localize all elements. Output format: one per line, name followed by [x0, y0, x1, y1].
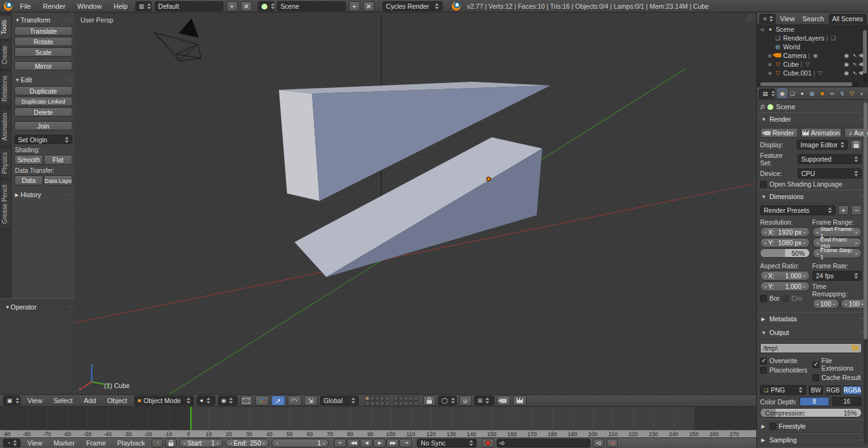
channels-rgba-button[interactable]: RGBA [843, 386, 862, 395]
display-mode-select[interactable]: Image Editor [797, 140, 849, 150]
duplicate-linked-button[interactable]: Duplicate Linked [14, 97, 72, 106]
current-frame-field[interactable]: ◂1▸ [271, 439, 329, 447]
menu-marker[interactable]: Marker [49, 439, 79, 447]
render-engine-select[interactable]: Cycles Render [383, 1, 442, 11]
editor-type-select[interactable]: ▤ [759, 89, 775, 99]
menu-view[interactable]: View [777, 15, 798, 22]
layer-cell[interactable] [409, 401, 413, 406]
expander-icon[interactable]: ⊕ [767, 71, 773, 76]
outliner-vertical-scrollbar[interactable] [863, 29, 867, 82]
aspect-x-field[interactable]: ◂X:1.000▸ [760, 271, 810, 281]
corner-grip[interactable] [746, 14, 755, 22]
transform-orientation-select[interactable]: Global [320, 396, 359, 406]
snap-toggle[interactable]: ∪ [459, 396, 472, 406]
render-animation-button[interactable]: Animation [801, 128, 842, 138]
data-button[interactable]: Data [14, 175, 43, 185]
scene-tab[interactable]: ● [797, 89, 807, 98]
channels-bw-button[interactable]: BW [809, 386, 823, 395]
lock-to-scene-toggle[interactable] [423, 396, 436, 406]
mirror-button[interactable]: Mirror [14, 61, 72, 71]
translate-manipulator-button[interactable]: ↗ [271, 396, 285, 406]
constraints-tab[interactable]: ∞ [827, 89, 837, 98]
lock-interface-toggle[interactable] [851, 140, 862, 150]
properties-vertical-scrollbar[interactable] [864, 102, 867, 444]
render-layers-tab[interactable]: ❏ [788, 89, 797, 98]
feature-set-select[interactable]: Supported [797, 154, 862, 164]
layer-cell[interactable] [414, 401, 418, 406]
cursor-icon[interactable]: ↖ [852, 70, 857, 76]
menu-search[interactable]: Search [799, 15, 827, 22]
color-depth-8-button[interactable]: 8 [799, 397, 829, 406]
object-origin-point[interactable] [487, 177, 490, 181]
compression-slider[interactable]: Compression:15% [760, 408, 862, 417]
keying-set-field[interactable]: ⚲ [497, 439, 590, 447]
outliner-item-cube[interactable]: ⊕▽Cube|▽◉↖ [757, 60, 868, 69]
modifiers-tab[interactable]: ↯ [837, 89, 847, 98]
set-origin-select[interactable]: Set Origin [14, 135, 72, 144]
rotate-button[interactable]: Rotate [14, 37, 72, 46]
expander-icon[interactable]: · [767, 36, 773, 41]
shelf-tab-tools[interactable]: Tools [0, 15, 12, 39]
opengl-render-button[interactable] [497, 396, 510, 406]
frame-rate-select[interactable]: 24 fps [812, 271, 862, 281]
auto-keyframe-toggle[interactable] [482, 439, 494, 447]
shelf-tab-create[interactable]: Create [0, 41, 12, 69]
outliner-item-cube.001[interactable]: ⊕▽Cube.001|▽◉↖ [757, 69, 868, 77]
layers-widget-a[interactable] [365, 396, 389, 406]
pivot-align-toggle[interactable] [240, 396, 253, 406]
shelf-tab-physics[interactable]: Physics [0, 147, 12, 178]
current-frame-indicator[interactable] [190, 407, 192, 430]
device-select[interactable]: CPU [797, 168, 862, 178]
panel-dimensions[interactable]: ▼Dimensions┉ [758, 190, 866, 203]
viewport-canvas[interactable] [74, 12, 756, 394]
layer-cell[interactable] [375, 401, 379, 406]
panel-history[interactable]: ▶ History┉ [14, 189, 72, 201]
shade-smooth-button[interactable]: Smooth [14, 155, 43, 165]
play-button[interactable]: ▶ [373, 439, 386, 447]
layer-cell[interactable] [394, 396, 398, 401]
panel-freestyle[interactable]: ▶Freestyle┉ [758, 419, 866, 433]
mode-select[interactable]: ■Object Mode [134, 396, 194, 406]
lock-time-toggle[interactable] [165, 439, 177, 447]
delete-button[interactable]: Delete [14, 107, 72, 117]
prev-keyframe-button[interactable]: ◀◀ [347, 439, 359, 447]
layer-cell[interactable] [409, 396, 413, 401]
menu-view[interactable]: View [23, 439, 47, 447]
cursor-icon[interactable]: ↖ [852, 52, 857, 59]
render-tab[interactable]: ◉ [778, 89, 787, 98]
expander-icon[interactable]: ⊖ [759, 27, 765, 32]
remap-old-field[interactable]: ◂100▸ [812, 299, 840, 309]
shelf-tab-relations[interactable]: Relations [0, 71, 12, 107]
material-tab[interactable]: ◐ [857, 89, 867, 98]
aspect-y-field[interactable]: ◂Y:1.000▸ [760, 281, 810, 291]
close-scene-button[interactable]: ✕ [363, 1, 374, 11]
editor-type-select[interactable]: ≡ [759, 14, 776, 24]
jump-to-end-button[interactable]: ⇥ [399, 439, 412, 447]
layer-cell[interactable] [365, 396, 369, 401]
screen-layout-icon[interactable]: ▥ [135, 1, 152, 11]
cursor-icon[interactable]: ↖ [852, 61, 857, 67]
render-button[interactable]: Render [760, 128, 798, 138]
display-scope-select[interactable]: All Scenes [829, 14, 867, 24]
file-extensions-checkbox[interactable] [812, 361, 819, 368]
manipulator-toggle[interactable] [255, 396, 269, 406]
sync-mode-select[interactable]: No Sync [417, 439, 477, 447]
scale-manipulator-button[interactable]: ⇲ [304, 396, 318, 406]
outliner-item-scene[interactable]: ⊖●Scene [757, 25, 868, 34]
menu-add[interactable]: Add [79, 397, 100, 404]
file-format-select[interactable]: ❏PNG [760, 385, 806, 395]
shade-flat-button[interactable]: Flat [44, 155, 72, 165]
end-frame-field[interactable]: ◂End:250▸ [225, 439, 269, 447]
shelf-tab-animation[interactable]: Animation [0, 108, 12, 145]
insert-keyframe-button[interactable]: ⚲ [593, 439, 604, 447]
layer-cell[interactable] [385, 396, 389, 401]
eye-icon[interactable]: ◉ [844, 61, 849, 67]
remove-preset-button[interactable]: − [851, 205, 862, 215]
data-tab[interactable]: ▽ [847, 89, 857, 98]
panel-edit[interactable]: ▼ Edit┉ [14, 74, 72, 86]
pin-icon[interactable]: ⚲ [758, 103, 766, 111]
panel-output[interactable]: ▼Output┉ [758, 326, 866, 339]
border-checkbox[interactable] [760, 295, 767, 302]
join-button[interactable]: Join [14, 121, 72, 130]
panel-grip-icon[interactable]: ┉ [68, 17, 72, 23]
